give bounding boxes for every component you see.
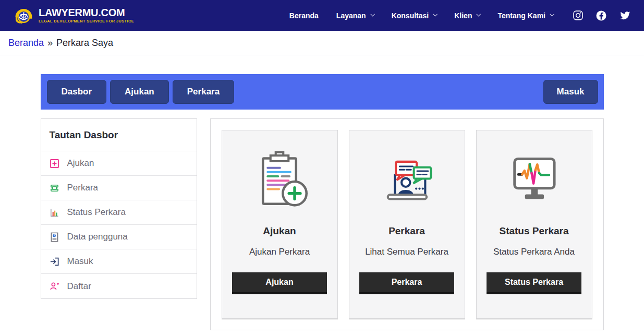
- card-perkara: Perkara Lihat Semua Perkara Perkara: [349, 130, 465, 319]
- chevron-down-icon: [477, 12, 481, 16]
- dasbor-button[interactable]: Dasbor: [47, 80, 107, 104]
- chevron-down-icon: [550, 12, 554, 16]
- sidebar-item-ajukan[interactable]: Ajukan: [41, 151, 197, 176]
- sidebar-item-daftar[interactable]: Daftar: [41, 274, 197, 298]
- ajukan-button[interactable]: Ajukan: [110, 80, 169, 104]
- dashboard-toolbar: Dasbor Ajukan Perkara Masuk: [41, 74, 604, 110]
- bar-chart-icon: [49, 207, 60, 218]
- nav-item-layanan[interactable]: Layanan: [336, 11, 374, 20]
- register-icon: [49, 281, 60, 292]
- logo-tagline: LEGAL DEVELOPMENT SERVICE FOR JUSTICE: [39, 19, 134, 23]
- breadcrumb-home-link[interactable]: Beranda: [8, 38, 44, 49]
- site-logo[interactable]: LAWYERMU.COM LEGAL DEVELOPMENT SERVICE F…: [13, 5, 134, 27]
- login-icon: [49, 256, 60, 267]
- site-header: LAWYERMU.COM LEGAL DEVELOPMENT SERVICE F…: [0, 0, 644, 31]
- breadcrumb-separator: »: [47, 38, 53, 49]
- nav-item-klien[interactable]: Klien: [454, 11, 480, 20]
- facebook-icon[interactable]: [596, 10, 606, 21]
- nav-item-beranda[interactable]: Beranda: [289, 11, 319, 20]
- lawyermu-logo-icon: [13, 5, 34, 27]
- sidebar-item-data-pengguna[interactable]: Data pengguna: [41, 225, 197, 249]
- card-status-perkara-button[interactable]: Status Perkara: [487, 272, 581, 294]
- dashboard-sidebar: Tautan Dasbor Ajukan Perkara: [41, 118, 197, 299]
- laptop-chat-icon: [376, 147, 438, 211]
- sidebar-item-perkara[interactable]: Perkara: [41, 176, 197, 200]
- card-subtitle: Lihat Semua Perkara: [365, 247, 448, 257]
- nav-item-tentang-kami[interactable]: Tentang Kami: [497, 11, 553, 20]
- clipboard-add-icon: [249, 147, 310, 211]
- breadcrumb-current: Perkara Saya: [56, 38, 113, 49]
- instagram-icon[interactable]: [573, 10, 583, 20]
- card-ajukan: Ajukan Ajukan Perkara Ajukan: [222, 130, 338, 319]
- card-status-perkara: Status Perkara Status Perkara Anda Statu…: [476, 130, 592, 319]
- dashboard-cards-panel: Ajukan Ajukan Perkara Ajukan: [210, 118, 604, 330]
- card-title: Ajukan: [263, 225, 296, 237]
- masuk-button[interactable]: Masuk: [543, 80, 598, 104]
- twitter-icon[interactable]: [619, 11, 630, 20]
- chevron-down-icon: [433, 12, 438, 16]
- add-square-icon: [49, 158, 60, 169]
- sidebar-item-label: Ajukan: [67, 158, 94, 169]
- sidebar-title: Tautan Dasbor: [41, 119, 197, 151]
- nav-item-konsultasi[interactable]: Konsultasi: [392, 11, 437, 20]
- main-nav: Beranda Layanan Konsultasi Klien Tentang…: [289, 11, 553, 20]
- card-title: Status Perkara: [499, 225, 568, 237]
- perkara-button[interactable]: Perkara: [173, 80, 234, 104]
- card-ajukan-button[interactable]: Ajukan: [232, 272, 327, 294]
- sidebar-item-label: Perkara: [67, 183, 99, 193]
- chevron-down-icon: [370, 12, 374, 16]
- card-subtitle: Ajukan Perkara: [249, 247, 310, 257]
- sidebar-item-masuk[interactable]: Masuk: [41, 249, 197, 274]
- monitor-pulse-icon: [503, 147, 565, 211]
- ticket-icon: [49, 183, 60, 194]
- breadcrumb: Beranda » Perkara Saya: [0, 31, 644, 55]
- card-perkara-button[interactable]: Perkara: [359, 272, 454, 294]
- card-title: Perkara: [388, 225, 425, 237]
- social-links: [573, 10, 630, 21]
- sidebar-item-label: Masuk: [67, 256, 93, 267]
- sidebar-item-label: Status Perkara: [67, 207, 126, 218]
- user-data-icon: [49, 232, 60, 243]
- logo-title: LAWYERMU.COM: [39, 7, 134, 18]
- card-subtitle: Status Perkara Anda: [493, 247, 575, 257]
- sidebar-item-status-perkara[interactable]: Status Perkara: [41, 200, 197, 225]
- sidebar-item-label: Daftar: [67, 281, 91, 292]
- sidebar-item-label: Data pengguna: [67, 232, 128, 242]
